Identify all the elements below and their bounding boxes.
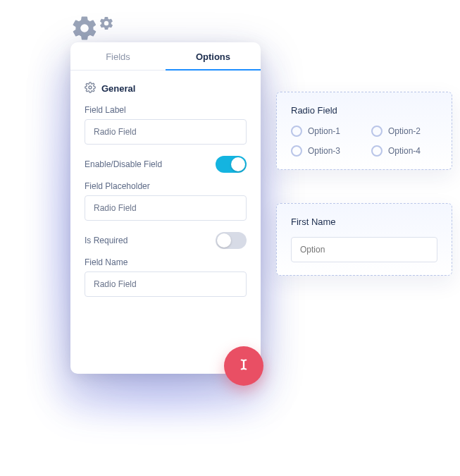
firstname-preview-title: First Name (291, 216, 437, 227)
radio-circle-icon (371, 145, 383, 157)
tab-fields[interactable]: Fields (70, 42, 166, 70)
radio-preview-title: Radio Field (291, 105, 437, 116)
text-cursor-fab[interactable] (224, 346, 263, 386)
panel-body: General Field Label Enable/Disable Field… (70, 71, 261, 304)
radio-options-grid: Option-1 Option-2 Option-3 Option-4 (291, 126, 437, 157)
radio-option-label: Option-1 (308, 126, 340, 136)
section-title: General (101, 83, 135, 94)
field-placeholder-label: Field Placeholder (85, 181, 247, 191)
radio-option[interactable]: Option-1 (291, 126, 357, 137)
firstname-preview-card: First Name (276, 203, 452, 276)
is-required-label: Is Required (85, 236, 128, 245)
tab-bar: Fields Options (70, 42, 261, 71)
gear-decoration (70, 14, 114, 42)
field-name-label: Field Name (85, 257, 247, 267)
radio-option-label: Option-4 (388, 146, 421, 156)
settings-panel: Fields Options General Field Label Enabl… (70, 42, 261, 374)
field-label-label: Field Label (85, 105, 247, 115)
radio-option[interactable]: Option-4 (371, 145, 437, 157)
svg-point-0 (89, 86, 92, 89)
radio-option-label: Option-3 (308, 146, 340, 156)
text-cursor-icon (235, 355, 253, 377)
section-general: General (85, 82, 247, 95)
gear-icon (85, 82, 96, 95)
radio-circle-icon (371, 126, 383, 137)
radio-option[interactable]: Option-2 (371, 126, 437, 137)
tab-options[interactable]: Options (166, 42, 261, 70)
radio-circle-icon (291, 145, 302, 157)
enable-disable-toggle[interactable] (216, 156, 247, 173)
radio-option[interactable]: Option-3 (291, 145, 357, 157)
radio-preview-card: Radio Field Option-1 Option-2 Option-3 O… (276, 92, 452, 170)
field-name-input[interactable] (85, 271, 247, 297)
enable-disable-label: Enable/Disable Field (85, 159, 162, 169)
radio-circle-icon (291, 126, 302, 137)
field-placeholder-input[interactable] (85, 195, 247, 221)
is-required-toggle[interactable] (216, 232, 247, 249)
radio-option-label: Option-2 (388, 126, 421, 136)
firstname-preview-input[interactable] (291, 237, 437, 262)
field-label-input[interactable] (85, 119, 247, 145)
